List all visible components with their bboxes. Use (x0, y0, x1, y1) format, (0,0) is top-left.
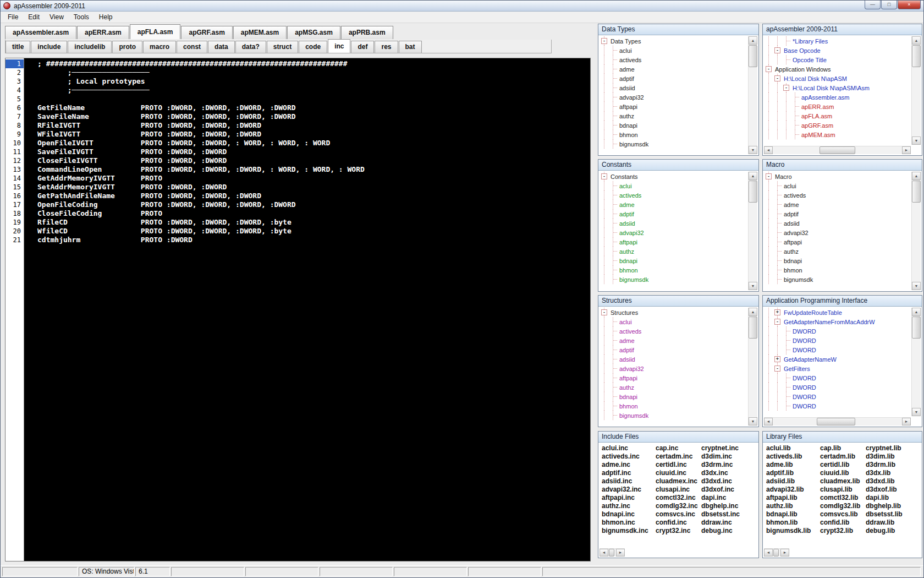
file-item[interactable]: aclui.inc (602, 444, 656, 452)
code-line[interactable]: SaveFileName PROTO :DWORD, :DWORD, :DWOR… (37, 112, 590, 121)
tree-item[interactable]: *Library Files (765, 36, 911, 46)
tree-item[interactable]: authz (765, 247, 911, 256)
collapse-box-icon[interactable]: - (774, 366, 780, 372)
code-line[interactable]: ; ######################################… (37, 59, 590, 68)
line-number[interactable]: 21 (6, 236, 24, 244)
code-line[interactable]: ;────────────────── (37, 68, 590, 77)
tree-item[interactable]: bignumsdk (600, 411, 747, 420)
file-item[interactable]: confid.lib (820, 519, 866, 527)
scroll-track[interactable] (773, 418, 902, 426)
file-item[interactable]: d3dim.lib (866, 452, 920, 461)
file-item[interactable]: bdnapi.inc (602, 510, 656, 519)
file-tab-apmsg-asm[interactable]: apMSG.asm (287, 26, 340, 39)
tree-item[interactable]: -GetAdapterNameFromMacAddrW (765, 317, 911, 326)
section-tab-macro[interactable]: macro (143, 41, 176, 53)
collapse-box-icon[interactable]: - (601, 173, 607, 179)
section-tab-code[interactable]: code (299, 41, 327, 53)
scroll-up-icon[interactable]: ▲ (749, 308, 757, 316)
section-tab-include[interactable]: include (31, 41, 67, 53)
scroll-thumb[interactable] (749, 45, 757, 67)
file-item[interactable]: comctl32.inc (656, 494, 701, 502)
tree-item[interactable]: adsiid (600, 355, 747, 364)
tree-item[interactable]: adsiid (600, 219, 747, 228)
tree-item[interactable]: activeds (600, 55, 747, 64)
file-item[interactable]: bignumsdk.inc (602, 527, 656, 535)
code-line[interactable]: RfileCD PROTO :DWORD, :DWORD, :DWORD, :b… (37, 218, 590, 227)
tree-item[interactable]: bhmon (600, 401, 747, 411)
section-tab-bat[interactable]: bat (399, 41, 422, 53)
tree-item[interactable]: -Base Opcode (765, 46, 911, 55)
file-item[interactable]: ciuuid.inc (656, 469, 701, 477)
tree-item[interactable]: -GetFilters (765, 364, 911, 373)
tree-item[interactable]: bdnapi (765, 256, 911, 265)
file-item[interactable]: d3dim.inc (701, 452, 755, 461)
line-number[interactable]: 20 (6, 227, 24, 236)
section-tab-struct[interactable]: struct (267, 41, 298, 53)
scroll-left-icon[interactable]: ◄ (764, 146, 773, 154)
file-item[interactable]: d3dxd.inc (701, 477, 755, 486)
tree-item[interactable]: aftpapi (600, 102, 747, 111)
api-horizontal-scrollbar[interactable]: ◄ ► (764, 417, 911, 426)
file-item[interactable]: comsvcs.inc (656, 510, 701, 519)
file-item[interactable]: debug.lib (866, 527, 920, 535)
scroll-down-icon[interactable]: ▼ (749, 146, 757, 154)
tree-item[interactable]: adme (765, 200, 911, 209)
file-tab-apgrf-asm[interactable]: apGRF.asm (181, 26, 232, 39)
tree-item[interactable]: +FwUpdateRouteTable (765, 308, 911, 317)
expand-box-icon[interactable]: + (774, 309, 780, 315)
tree-toggle[interactable]: + (773, 355, 782, 364)
scroll-left-icon[interactable]: ◄ (764, 549, 773, 557)
scroll-track[interactable] (749, 45, 757, 146)
tree-toggle[interactable]: - (773, 364, 782, 373)
section-tab-proto[interactable]: proto (112, 41, 142, 53)
tree-item[interactable]: adme (600, 200, 747, 209)
tree-item[interactable]: -Application Windows (765, 64, 911, 74)
line-number[interactable]: 11 (6, 148, 24, 156)
tree-item[interactable]: aftpapi (600, 373, 747, 383)
tree-item[interactable]: DWORD (765, 336, 911, 345)
code-line[interactable]: CommandLineOpen PROTO :DWORD, :DWORD, :D… (37, 165, 590, 174)
tree-toggle[interactable]: - (765, 172, 773, 181)
file-item[interactable]: dbsetsst.lib (866, 510, 920, 519)
file-item[interactable]: confid.inc (656, 519, 701, 527)
line-number[interactable]: 15 (6, 183, 24, 192)
file-tab-apfla-asm[interactable]: apFLA.asm (130, 24, 181, 39)
tree-item[interactable]: apAssembler.asm (765, 92, 911, 102)
tree-toggle[interactable]: - (782, 83, 791, 92)
code-line[interactable]: GetFileName PROTO :DWORD, :DWORD, :DWORD… (37, 103, 590, 112)
file-item[interactable]: cryptnet.inc (701, 444, 755, 452)
collapse-box-icon[interactable]: - (601, 309, 607, 315)
scroll-track[interactable] (773, 549, 780, 557)
line-number[interactable]: 13 (6, 165, 24, 174)
library-files-horizontal-scrollbar[interactable]: ◄ ► (764, 548, 789, 557)
file-tab-apmem-asm[interactable]: apMEM.asm (233, 26, 287, 39)
file-item[interactable]: certidl.inc (656, 461, 701, 469)
file-item[interactable]: cap.inc (656, 444, 701, 452)
section-tab-data[interactable]: data? (235, 41, 266, 53)
code-area[interactable]: ; ######################################… (24, 58, 590, 561)
tree-item[interactable]: bdnapi (600, 121, 747, 130)
tree-item[interactable]: adsiid (600, 83, 747, 92)
file-item[interactable]: adsiid.lib (766, 477, 820, 486)
collapse-box-icon[interactable]: - (774, 319, 780, 325)
scroll-thumb[interactable] (749, 317, 757, 339)
code-line[interactable]: ; Local prototypes (37, 77, 590, 86)
tree-item[interactable]: bhmon (600, 130, 747, 139)
scroll-thumb[interactable] (609, 549, 614, 557)
section-tab-title[interactable]: title (6, 41, 30, 53)
tree-item[interactable]: aftpapi (600, 237, 747, 247)
scroll-up-icon[interactable]: ▲ (749, 172, 757, 180)
tree-item[interactable]: advapi32 (600, 364, 747, 373)
tree-item[interactable]: authz (600, 111, 747, 121)
line-number[interactable]: 19 (6, 218, 24, 227)
collapse-box-icon[interactable]: - (601, 38, 607, 44)
section-tab-inc[interactable]: inc (328, 39, 350, 53)
minimize-button-icon[interactable]: — (865, 1, 881, 9)
tree-item[interactable]: DWORD (765, 373, 911, 383)
code-line[interactable]: SaveFileIVGTT PROTO :DWORD, :DWORD (37, 148, 590, 156)
maximize-button-icon[interactable]: □ (881, 1, 897, 9)
assembler-vertical-scrollbar[interactable]: ▲ ▼ (911, 36, 921, 145)
file-item[interactable]: d3dxof.lib (866, 486, 920, 494)
code-line[interactable]: OpenFileIVGTT PROTO :DWORD, :DWORD, : WO… (37, 139, 590, 148)
file-item[interactable]: dbsetsst.inc (701, 510, 755, 519)
